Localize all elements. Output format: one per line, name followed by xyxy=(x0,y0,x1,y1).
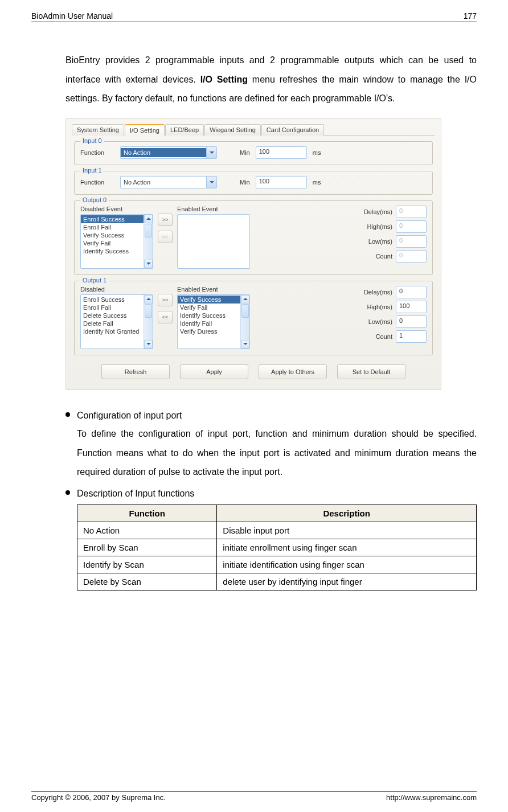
list-item[interactable]: Enroll Fail xyxy=(81,304,144,311)
table-cell: Identify by Scan xyxy=(77,556,217,573)
intro-bold: I/O Setting xyxy=(200,75,248,84)
input0-function-label: Function xyxy=(80,149,114,156)
move-right-button[interactable]: >> xyxy=(158,294,173,306)
bullet-2-title: Description of Input functions xyxy=(77,485,477,502)
list-item[interactable]: Identify Fail xyxy=(178,319,240,327)
output1-count-input[interactable]: 1 xyxy=(396,330,427,343)
set-to-default-button[interactable]: Set to Default xyxy=(337,364,405,379)
header-title: BioAdmin User Manual xyxy=(31,11,113,20)
output1-disabled-label: Disabled xyxy=(80,286,153,293)
table-header-function: Function xyxy=(77,505,217,522)
output1-disabled-list[interactable]: Enroll Success Enroll Fail Delete Succes… xyxy=(80,294,153,349)
input0-function-value: No Action xyxy=(121,148,206,157)
output1-high-input[interactable]: 100 xyxy=(396,301,427,313)
output0-disabled-label: Disabled Event xyxy=(80,206,153,212)
list-item[interactable]: Enroll Success xyxy=(81,215,144,223)
output1-low-input[interactable]: 0 xyxy=(396,315,427,328)
input1-min-input[interactable]: 100 xyxy=(256,176,307,188)
scrollbar-thumb[interactable] xyxy=(145,224,152,237)
output0-delay-input[interactable]: 0 xyxy=(396,206,427,218)
tab-led-beep[interactable]: LED/Beep xyxy=(165,124,204,136)
move-right-button[interactable]: >> xyxy=(158,214,173,226)
output0-count-label: Count xyxy=(351,253,392,260)
list-item[interactable]: Verify Success xyxy=(178,296,240,304)
apply-to-others-button[interactable]: Apply to Others xyxy=(259,364,327,379)
fieldset-output0: Output 0 Disabled Event Enroll Success E… xyxy=(74,200,433,275)
table-cell: initiate identification using finger sca… xyxy=(217,556,477,573)
fieldset-input0: Input 0 Function No Action Min 100 ms xyxy=(74,141,433,165)
list-item[interactable]: Enroll Success xyxy=(81,296,144,304)
move-left-button[interactable]: << xyxy=(158,311,173,323)
output0-delay-label: Delay(ms) xyxy=(351,208,392,215)
fieldset-output1: Output 1 Disabled Enroll Success Enroll … xyxy=(74,281,433,355)
tab-io-setting[interactable]: I/O Setting xyxy=(125,124,165,136)
chevron-down-icon[interactable] xyxy=(144,260,153,268)
chevron-down-icon[interactable] xyxy=(206,177,216,188)
output0-low-input[interactable]: 0 xyxy=(396,235,427,248)
output1-delay-label: Delay(ms) xyxy=(351,289,392,296)
input1-function-value: No Action xyxy=(121,178,206,187)
input0-min-input[interactable]: 100 xyxy=(256,146,307,159)
list-item[interactable]: Delete Fail xyxy=(81,319,144,327)
intro-paragraph: BioEntry provides 2 programmable inputs … xyxy=(65,51,477,108)
app-screenshot: System Setting I/O Setting LED/Beep Wieg… xyxy=(65,118,441,390)
list-item[interactable]: Verify Success xyxy=(81,231,144,239)
output1-enabled-label: Enabled Event xyxy=(177,286,250,293)
list-item[interactable]: Enroll Fail xyxy=(81,223,144,231)
footer-copyright: Copyright © 2006, 2007 by Suprema Inc. xyxy=(31,793,166,802)
output0-count-input[interactable]: 0 xyxy=(396,250,427,263)
output0-high-label: High(ms) xyxy=(351,223,392,230)
move-left-button[interactable]: << xyxy=(158,231,173,243)
apply-button[interactable]: Apply xyxy=(180,364,248,379)
table-row: No Action Disable input port xyxy=(77,522,477,539)
tab-card-configuration[interactable]: Card Configuration xyxy=(261,124,324,136)
chevron-up-icon[interactable] xyxy=(144,215,153,223)
table-cell: delete user by identifying input finger xyxy=(217,573,477,590)
tab-system-setting[interactable]: System Setting xyxy=(72,124,124,136)
input1-function-combo[interactable]: No Action xyxy=(120,176,217,188)
table-row: Delete by Scan delete user by identifyin… xyxy=(77,573,477,590)
scrollbar[interactable] xyxy=(144,215,153,268)
scrollbar-thumb[interactable] xyxy=(241,304,249,318)
table-header-description: Description xyxy=(217,505,477,522)
list-item[interactable]: Verify Fail xyxy=(178,304,240,311)
table-cell: initiate enrollment using finger scan xyxy=(217,539,477,556)
chevron-down-icon[interactable] xyxy=(144,340,153,348)
table-cell: Delete by Scan xyxy=(77,573,217,590)
table-cell: Disable input port xyxy=(217,522,477,539)
tab-bar: System Setting I/O Setting LED/Beep Wieg… xyxy=(72,124,435,136)
table-row: Identify by Scan initiate identification… xyxy=(77,556,477,573)
output0-enabled-list[interactable] xyxy=(177,214,250,269)
table-cell: Enroll by Scan xyxy=(77,539,217,556)
refresh-button[interactable]: Refresh xyxy=(101,364,170,379)
list-item[interactable]: Identify Success xyxy=(178,311,240,319)
output1-enabled-list[interactable]: Verify Success Verify Fail Identify Succ… xyxy=(177,294,250,349)
scrollbar-thumb[interactable] xyxy=(145,304,152,318)
scrollbar[interactable] xyxy=(144,295,153,348)
chevron-down-icon[interactable] xyxy=(241,340,249,348)
output1-low-label: Low(ms) xyxy=(351,318,392,325)
output1-delay-input[interactable]: 0 xyxy=(396,286,427,298)
legend-input1: Input 1 xyxy=(80,167,104,174)
input0-function-combo[interactable]: No Action xyxy=(120,146,217,159)
page-number: 177 xyxy=(464,11,477,20)
input1-function-label: Function xyxy=(80,179,114,186)
input0-min-label: Min xyxy=(240,149,250,156)
chevron-down-icon[interactable] xyxy=(206,147,216,158)
list-item[interactable]: Delete Success xyxy=(81,311,144,319)
table-row: Enroll by Scan initiate enrollment using… xyxy=(77,539,477,556)
bullet-icon xyxy=(65,490,70,495)
list-item[interactable]: Verify Duress xyxy=(178,327,240,335)
output0-low-label: Low(ms) xyxy=(351,238,392,245)
scrollbar[interactable] xyxy=(240,295,249,348)
list-item[interactable]: Identify Not Granted xyxy=(81,327,144,335)
bullet-icon xyxy=(65,412,70,417)
functions-table: Function Description No Action Disable i… xyxy=(77,505,477,590)
list-item[interactable]: Verify Fail xyxy=(81,239,144,247)
chevron-up-icon[interactable] xyxy=(144,295,153,304)
list-item[interactable]: Identify Success xyxy=(81,247,144,255)
chevron-up-icon[interactable] xyxy=(241,295,249,304)
tab-wiegand-setting[interactable]: Wiegand Setting xyxy=(204,124,261,136)
output0-disabled-list[interactable]: Enroll Success Enroll Fail Verify Succes… xyxy=(80,214,153,269)
output0-high-input[interactable]: 0 xyxy=(396,220,427,233)
